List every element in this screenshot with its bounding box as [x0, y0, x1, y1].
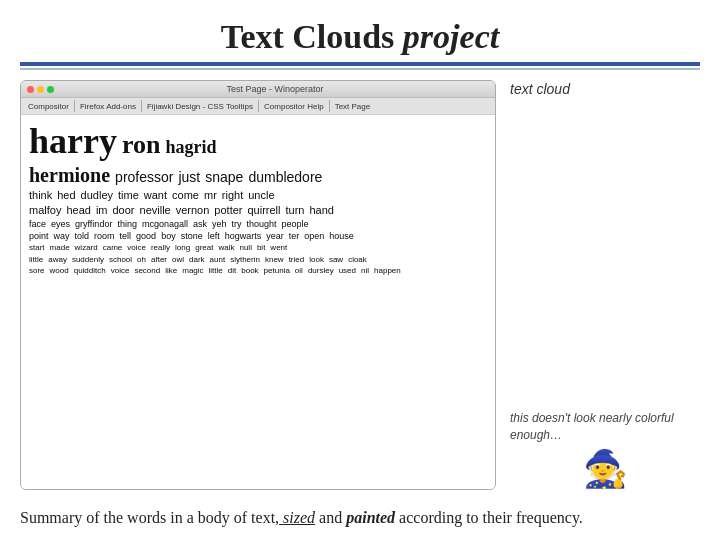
word-second: second [134, 266, 160, 275]
word-tried: tried [289, 255, 305, 264]
toolbar-item-3[interactable]: Fijiawki Design - CSS Tooltips [144, 101, 256, 112]
window-maximize-dot[interactable] [47, 86, 54, 93]
word-potter: potter [214, 204, 242, 217]
word-wizard: wizard [75, 243, 98, 252]
page-title: Text Clouds project [20, 18, 700, 56]
word-come: come [172, 189, 199, 202]
word-door: door [113, 204, 135, 217]
word-room: room [94, 231, 115, 241]
word-hermione: hermione [29, 164, 110, 187]
summary-between: and [315, 509, 342, 526]
word-look: look [309, 255, 324, 264]
summary-painted-word: painted [342, 509, 395, 526]
word-hogwarts: hogwarts [225, 231, 262, 241]
word-boy: boy [161, 231, 176, 241]
word-ter: ter [289, 231, 300, 241]
word-ask: ask [193, 219, 207, 229]
text-cloud-label: text cloud [510, 81, 570, 97]
word-suddenly: suddenly [72, 255, 104, 264]
browser-window-title: Test Page - Winoperator [61, 84, 489, 94]
word-dark: dark [189, 255, 205, 264]
summary-after: according to their frequency. [395, 509, 583, 526]
word-oil: oil [295, 266, 303, 275]
browser-chrome: Test Page - Winoperator [21, 81, 495, 98]
word-great: great [195, 243, 213, 252]
word-gryffindor: gryffindor [75, 219, 112, 229]
word-just: just [178, 169, 200, 185]
word-really: really [151, 243, 170, 252]
word-face: face [29, 219, 46, 229]
cloud-row-3: think hed dudley time want come mr right… [29, 189, 487, 202]
word-hand: hand [309, 204, 333, 217]
word-right: right [222, 189, 243, 202]
word-walk: walk [218, 243, 234, 252]
toolbar-item-1[interactable]: Compositor [25, 101, 72, 112]
word-left: left [208, 231, 220, 241]
word-saw: saw [329, 255, 343, 264]
word-dit: dit [228, 266, 236, 275]
word-way: way [54, 231, 70, 241]
word-malfoy: malfoy [29, 204, 61, 217]
word-hagrid: hagrid [166, 137, 217, 158]
word-away: away [48, 255, 67, 264]
wizard-emoji: 🧙 [510, 448, 700, 490]
summary-before-sized: Summary of the words in a body of text, [20, 509, 279, 526]
word-went: went [270, 243, 287, 252]
word-petunia: petunia [264, 266, 290, 275]
word-year: year [266, 231, 284, 241]
cloud-row-2: hermione professor just snape dumbledore [29, 164, 487, 187]
word-slytherin: slytherin [230, 255, 260, 264]
toolbar-item-4[interactable]: Compositor Help [261, 101, 327, 112]
toolbar-sep-1 [74, 100, 75, 112]
toolbar-item-5[interactable]: Text Page [332, 101, 374, 112]
word-try: try [231, 219, 241, 229]
word-knew: knew [265, 255, 284, 264]
word-harry: harry [29, 121, 117, 162]
title-area: Text Clouds project [20, 18, 700, 56]
word-school: school [109, 255, 132, 264]
divider-gray [20, 68, 700, 70]
content-row: Test Page - Winoperator Compositor Firef… [20, 80, 700, 490]
word-people: people [282, 219, 309, 229]
word-voice: voice [127, 243, 146, 252]
browser-screenshot: Test Page - Winoperator Compositor Firef… [20, 80, 496, 490]
word-want: want [144, 189, 167, 202]
window-minimize-dot[interactable] [37, 86, 44, 93]
word-neville: neville [140, 204, 171, 217]
word-snape: snape [205, 169, 243, 185]
toolbar-item-2[interactable]: Firefox Add-ons [77, 101, 139, 112]
word-long: long [175, 243, 190, 252]
word-open: open [304, 231, 324, 241]
annotation-box: this doesn't look nearly colorful enough… [510, 410, 700, 490]
word-eyes: eyes [51, 219, 70, 229]
word-tell: tell [120, 231, 132, 241]
text-cloud-label-container: text cloud [510, 80, 700, 98]
word-null: null [239, 243, 251, 252]
word-ron: ron [122, 130, 161, 160]
word-professor: professor [115, 169, 173, 185]
word-magic: magic [182, 266, 203, 275]
word-quidditch: quidditch [74, 266, 106, 275]
word-wood: wood [50, 266, 69, 275]
word-turn: turn [286, 204, 305, 217]
word-like: like [165, 266, 177, 275]
word-cloak: cloak [348, 255, 367, 264]
window-close-dot[interactable] [27, 86, 34, 93]
summary-area: Summary of the words in a body of text, … [20, 500, 700, 530]
word-voice2: voice [111, 266, 130, 275]
word-vernon: vernon [176, 204, 210, 217]
word-im: im [96, 204, 108, 217]
word-happen: happen [374, 266, 401, 275]
cloud-row-4: malfoy head im door neville vernon potte… [29, 204, 487, 217]
word-thought: thought [246, 219, 276, 229]
word-oh: oh [137, 255, 146, 264]
toolbar-sep-2 [141, 100, 142, 112]
cloud-row-7: start made wizard came voice really long… [29, 243, 487, 252]
word-hed: hed [57, 189, 75, 202]
word-yeh: yeh [212, 219, 227, 229]
browser-content: harry ron hagrid hermione professor just… [21, 115, 495, 489]
right-panel: text cloud this doesn't look nearly colo… [510, 80, 700, 490]
word-house: house [329, 231, 354, 241]
word-aunt: aunt [210, 255, 226, 264]
word-sore: sore [29, 266, 45, 275]
